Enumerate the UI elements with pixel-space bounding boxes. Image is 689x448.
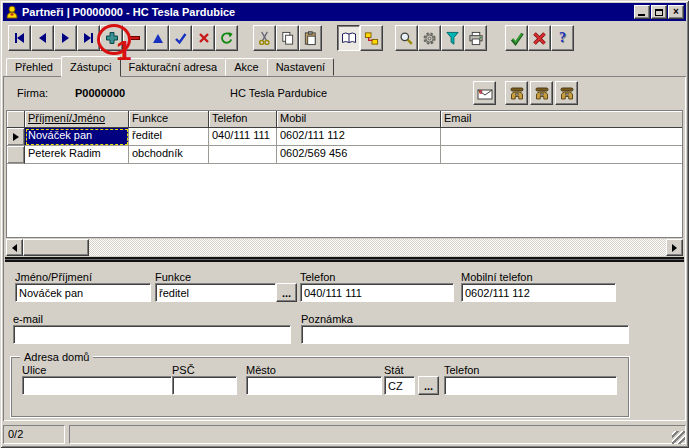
funkce-lookup-button[interactable]: ...: [276, 283, 297, 302]
cell-funkce[interactable]: obchodník: [129, 146, 209, 164]
telefon-field[interactable]: [300, 283, 454, 302]
email-field[interactable]: [13, 325, 291, 344]
question-mark-icon: ?: [559, 30, 566, 46]
next-record-button[interactable]: [54, 25, 77, 51]
tab-akce[interactable]: Akce: [225, 58, 267, 76]
poznamka-label: Poznámka: [301, 313, 353, 325]
search-button[interactable]: [395, 25, 418, 51]
search-icon: [399, 31, 414, 46]
row-indicator: [7, 146, 25, 164]
mobilni-telefon-field[interactable]: [461, 283, 616, 302]
refresh-button[interactable]: [215, 25, 238, 51]
scroll-right-icon: [672, 244, 677, 252]
toolbar: ?: [3, 21, 686, 55]
app-icon[interactable]: [5, 5, 19, 19]
tab-prehled[interactable]: Přehled: [6, 58, 62, 76]
grid-header-funkce[interactable]: Funkce: [129, 111, 209, 128]
cell-mobil[interactable]: 0602/111 112: [277, 128, 441, 146]
scrollbar-thumb[interactable]: [23, 239, 89, 256]
ulice-field[interactable]: [22, 376, 172, 395]
cell-email[interactable]: [441, 128, 682, 146]
grid-header-mobil[interactable]: Mobil: [277, 111, 441, 128]
grid-header-telefon[interactable]: Telefon: [209, 111, 277, 128]
jmeno-prijmeni-field[interactable]: [15, 283, 151, 302]
grid-row[interactable]: Peterek Radim obchodník 0602/569 456: [7, 146, 682, 164]
cell-email[interactable]: [441, 146, 682, 164]
dial-phone-1-button[interactable]: [505, 81, 528, 105]
partner-window: Partneři | P0000000 - HC Tesla Pardubice…: [0, 0, 689, 448]
phone-icon: [559, 87, 575, 100]
stat-field[interactable]: [384, 376, 415, 395]
linked-records-icon: [364, 31, 379, 46]
check-icon: [173, 31, 188, 45]
linked-records-button[interactable]: [360, 25, 383, 51]
cut-button[interactable]: [253, 25, 276, 51]
scrollbar-track[interactable]: [89, 239, 666, 256]
grid-header-prijmeni-jmeno[interactable]: Příjmení/Jméno: [25, 111, 129, 128]
red-x-icon: [532, 31, 547, 46]
adresa-telefon-field[interactable]: [444, 376, 617, 395]
post-edit-button[interactable]: [169, 25, 192, 51]
cell-prijmeni-jmeno[interactable]: Nováček pan: [25, 128, 129, 146]
funnel-icon: [445, 31, 460, 46]
poznamka-field[interactable]: [301, 325, 629, 344]
close-form-button[interactable]: [528, 25, 551, 51]
copy-button[interactable]: [276, 25, 299, 51]
scroll-right-button[interactable]: [666, 239, 683, 256]
insert-record-button[interactable]: [100, 25, 123, 51]
scroll-left-button[interactable]: [6, 239, 23, 256]
help-button[interactable]: ?: [551, 25, 574, 51]
telefon-label: Telefon: [300, 271, 335, 283]
maximize-button[interactable]: [651, 5, 667, 19]
last-record-button[interactable]: [77, 25, 100, 51]
funkce-label: Funkce: [155, 271, 191, 283]
printer-icon: [468, 31, 484, 46]
dial-phone-2-button[interactable]: [530, 81, 553, 105]
settings-button[interactable]: [418, 25, 441, 51]
cell-telefon[interactable]: 040/111 111: [209, 128, 277, 146]
paste-button[interactable]: [299, 25, 322, 51]
cell-funkce[interactable]: ředitel: [129, 128, 209, 146]
cell-mobil[interactable]: 0602/569 456: [277, 146, 441, 164]
first-record-button[interactable]: [8, 25, 31, 51]
minimize-icon: [638, 14, 645, 16]
splitter-bar[interactable]: [5, 257, 684, 262]
mobilni-telefon-label: Mobilní telefon: [461, 271, 533, 283]
cell-telefon[interactable]: [209, 146, 277, 164]
firma-row: Firma: P0000000 HC Tesla Pardubice e: [5, 78, 684, 110]
psc-field[interactable]: [172, 376, 237, 395]
maximize-icon: [655, 9, 663, 16]
grid-row-selected[interactable]: Nováček pan ředitel 040/111 111 0602/111…: [7, 128, 682, 146]
edit-record-button[interactable]: [146, 25, 169, 51]
next-record-icon: [62, 33, 69, 43]
stat-lookup-button[interactable]: ...: [418, 376, 439, 395]
mesto-field[interactable]: [246, 376, 382, 395]
close-button[interactable]: ×: [668, 5, 684, 19]
first-record-icon: [15, 33, 24, 43]
resize-grip[interactable]: [672, 431, 685, 444]
prior-record-button[interactable]: [31, 25, 54, 51]
funkce-field[interactable]: [155, 283, 276, 302]
open-book-icon: [341, 31, 357, 45]
jmeno-prijmeni-label: Jméno/Příjmení: [15, 271, 92, 283]
tab-zastupci[interactable]: Zástupci: [61, 56, 121, 77]
status-message: [69, 425, 686, 444]
cancel-edit-button[interactable]: [192, 25, 215, 51]
book-view-button[interactable]: [337, 25, 360, 51]
psc-label: PSČ: [172, 364, 195, 376]
edit-triangle-icon: [153, 34, 163, 43]
confirm-button[interactable]: [505, 25, 528, 51]
firma-label: Firma:: [17, 87, 48, 99]
send-email-button[interactable]: e: [473, 81, 496, 105]
dial-phone-3-button[interactable]: [555, 81, 578, 105]
print-button[interactable]: [464, 25, 487, 51]
minimize-button[interactable]: [634, 5, 650, 19]
tab-nastaveni[interactable]: Nastavení: [267, 58, 335, 76]
record-counter: 0/2: [3, 425, 65, 444]
contacts-grid: Příjmení/Jméno Funkce Telefon Mobil Emai…: [6, 110, 683, 238]
cell-prijmeni-jmeno[interactable]: Peterek Radim: [25, 146, 129, 164]
grid-header-email[interactable]: Email: [441, 111, 682, 128]
delete-record-button[interactable]: [123, 25, 146, 51]
tab-fakturacni-adresa[interactable]: Fakturační adresa: [120, 58, 227, 76]
filter-button[interactable]: [441, 25, 464, 51]
